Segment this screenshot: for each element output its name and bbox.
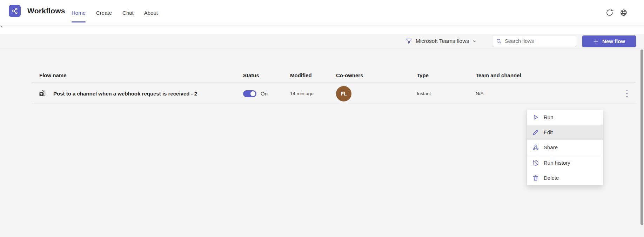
menu-item-label: Delete <box>544 175 559 181</box>
vertical-scrollbar-track[interactable] <box>640 48 644 237</box>
flows-toolbar: Microsoft Teams flows New flow <box>0 34 644 48</box>
search-icon <box>496 38 502 44</box>
flow-filter-dropdown[interactable]: Microsoft Teams flows <box>405 34 477 48</box>
menu-item-label: Run <box>544 114 554 120</box>
workflows-app: Workflows Home Create Chat About <box>0 0 644 237</box>
nav-tab-create[interactable]: Create <box>96 0 112 25</box>
nav-tab-home[interactable]: Home <box>72 0 86 25</box>
app-header: Workflows Home Create Chat About <box>0 0 644 25</box>
column-flow-name: Flow name <box>39 72 67 78</box>
menu-item-delete[interactable]: Delete <box>527 170 603 185</box>
toggle-knob <box>250 91 255 96</box>
search-box <box>492 35 576 47</box>
column-type: Type <box>417 72 429 78</box>
status-cell: On <box>243 83 268 104</box>
column-modified: Modified <box>290 72 312 78</box>
nav-tab-chat[interactable]: Chat <box>122 0 134 25</box>
co-owner-avatar[interactable]: FL <box>336 86 351 101</box>
menu-item-run-history[interactable]: Run history <box>527 155 603 170</box>
team-channel-text: N/A <box>476 91 484 96</box>
nav-tab-about[interactable]: About <box>144 0 158 25</box>
new-flow-button[interactable]: New flow <box>582 35 636 47</box>
plus-icon <box>593 39 599 44</box>
vertical-scrollbar-thumb[interactable] <box>640 50 643 225</box>
search-input[interactable] <box>505 38 572 44</box>
type-cell: Instant <box>417 83 431 104</box>
share-network-icon <box>11 7 19 15</box>
menu-item-share[interactable]: Share <box>527 140 603 155</box>
flow-name-text: Post to a channel when a webhook request… <box>53 91 197 97</box>
column-co-owners: Co-owners <box>336 72 363 78</box>
table-row[interactable]: Post to a channel when a webhook request… <box>32 83 636 104</box>
row-context-menu: Run Edit Share Run history <box>527 110 603 185</box>
play-icon <box>532 114 539 121</box>
menu-item-label: Share <box>544 144 558 150</box>
type-text: Instant <box>417 91 431 96</box>
team-channel-cell: N/A <box>476 83 484 104</box>
header-actions <box>605 0 628 25</box>
flow-name-cell[interactable]: Post to a channel when a webhook request… <box>53 83 197 104</box>
refresh-icon[interactable] <box>605 8 614 17</box>
share-icon <box>532 144 539 151</box>
filter-label: Microsoft Teams flows <box>416 38 469 44</box>
co-owners-cell: FL <box>336 83 351 104</box>
history-icon <box>532 159 539 166</box>
modified-cell: 14 min ago <box>290 83 314 104</box>
chevron-down-icon <box>472 39 477 44</box>
menu-item-edit[interactable]: Edit <box>527 125 603 140</box>
status-toggle[interactable] <box>243 90 256 97</box>
workflows-app-icon <box>9 5 21 17</box>
menu-item-label: Edit <box>544 129 553 135</box>
page-title: Workflows <box>27 7 65 15</box>
row-more-options-button[interactable] <box>623 83 631 104</box>
header-spacer <box>0 26 644 34</box>
globe-icon[interactable] <box>619 8 628 17</box>
column-status: Status <box>243 72 259 78</box>
pencil-icon <box>532 129 539 136</box>
stray-cursor-mark <box>0 26 3 28</box>
new-flow-label: New flow <box>602 38 625 44</box>
menu-item-run[interactable]: Run <box>527 110 603 125</box>
menu-item-label: Run history <box>544 160 570 166</box>
funnel-icon <box>405 38 412 45</box>
modified-text: 14 min ago <box>290 91 314 96</box>
trash-icon <box>532 175 539 182</box>
top-nav: Home Create Chat About <box>72 0 158 25</box>
column-team-and-channel: Team and channel <box>476 72 521 78</box>
status-label: On <box>261 91 268 97</box>
teams-icon <box>39 83 46 104</box>
flows-table-header: Flow name Status Modified Co-owners Type… <box>32 69 636 83</box>
